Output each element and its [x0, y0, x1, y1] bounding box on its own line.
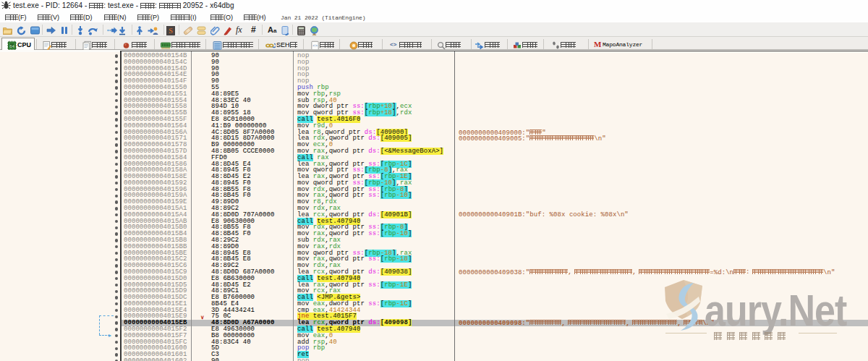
svg-text:S: S — [169, 27, 173, 35]
svg-text:64: 64 — [9, 44, 14, 49]
svg-text:<>: <> — [312, 43, 318, 48]
